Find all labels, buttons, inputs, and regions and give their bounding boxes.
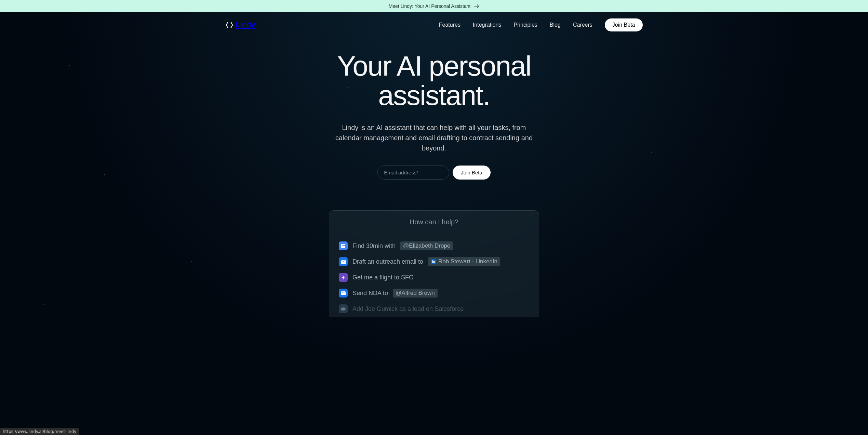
nav-join-beta-button[interactable]: Join Beta [605,18,643,31]
widget-items: Find 30min with @Elizabeth Drope Draft a… [336,233,532,317]
linkedin-icon: in [431,259,436,264]
linkedin-tag-text: Rob Stewart - LinkedIn [438,258,497,265]
nav-link-integrations[interactable]: Integrations [473,22,502,28]
svg-rect-1 [342,245,343,246]
email-input[interactable] [377,166,449,180]
logo-text: Lindy [236,21,255,29]
hero-title-line2: assistant. [378,80,490,111]
announcement-bar: Meet Lindy: Your AI Personal Assistant [0,0,868,12]
nav-right: Features Integrations Principles Blog Ca… [439,18,643,31]
hero-title: Your AI personal assistant. [7,51,861,110]
logo-link[interactable]: Lindy [226,21,255,29]
hero-title-line1: Your AI personal [337,50,531,81]
arrow-right-icon [474,4,479,8]
hero-join-beta-button[interactable]: Join Beta [453,166,491,180]
nav-links: Features Integrations Principles Blog Ca… [439,22,592,28]
mention-tag: @Elizabeth Drope [400,241,453,250]
mail-icon [339,289,348,298]
hero-section: Your AI personal assistant. Lindy is an … [0,38,868,317]
widget-item-text: Draft an outreach email to [352,258,423,265]
announcement-link[interactable]: Meet Lindy: Your AI Personal Assistant [389,3,480,9]
svg-rect-2 [343,245,344,246]
svg-rect-0 [341,244,345,248]
widget-item-flight[interactable]: Get me a flight to SFO [336,269,532,285]
widget-item-nda[interactable]: Send NDA to @Alfred Brown [336,285,532,301]
hero-subtitle: Lindy is an AI assistant that can help w… [332,122,537,153]
svg-rect-3 [344,245,345,246]
widget-item-text: Find 30min with [352,242,396,250]
widget-item-text: Send NDA to [352,290,388,297]
nav-link-careers[interactable]: Careers [573,22,592,28]
signup-form: Join Beta [7,166,861,180]
nav-link-blog[interactable]: Blog [550,22,561,28]
status-bar-url: https://www.lindy.ai/blog/meet-lindy [0,428,79,435]
widget-prompt: How can I help? [336,218,532,233]
main-nav: Lindy Features Integrations Principles B… [215,12,653,38]
widget-item-calendar[interactable]: Find 30min with @Elizabeth Drope [336,238,532,254]
logo-icon [226,21,233,29]
widget-item-text: Get me a flight to SFO [352,274,414,281]
widget-item-email[interactable]: Draft an outreach email to in Rob Stewar… [336,254,532,269]
salesforce-icon [339,304,348,313]
nav-link-features[interactable]: Features [439,22,460,28]
mention-tag: @Alfred Brown [393,289,438,298]
widget-item-text: Add Joe Gumick as a lead on Salesforce [352,305,464,313]
help-widget: How can I help? Find 30min with @Elizabe… [329,210,539,317]
linkedin-tag: in Rob Stewart - LinkedIn [428,257,500,266]
mail-icon [339,257,348,266]
nav-link-principles[interactable]: Principles [513,22,537,28]
svg-point-4 [341,307,346,311]
flight-icon [339,273,348,282]
widget-item-salesforce[interactable]: Add Joe Gumick as a lead on Salesforce [336,301,532,317]
calendar-icon [339,241,348,250]
announcement-text: Meet Lindy: Your AI Personal Assistant [389,3,471,9]
